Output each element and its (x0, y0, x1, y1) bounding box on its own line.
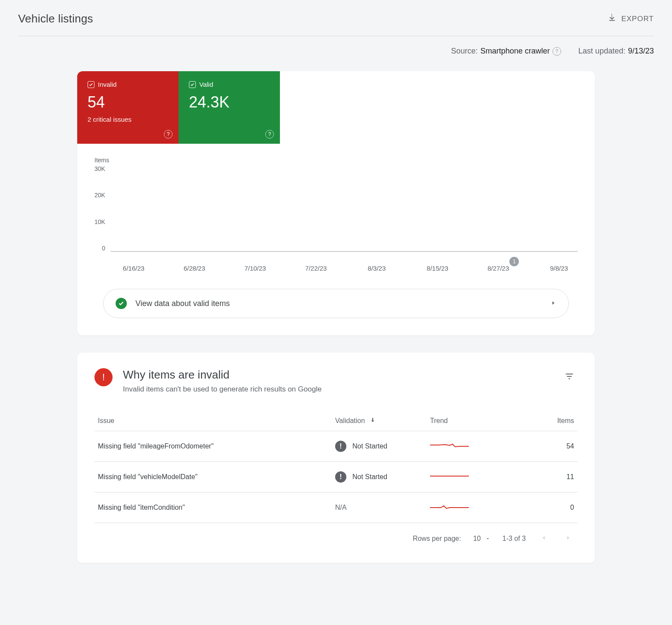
error-circle-icon: ! (335, 471, 346, 483)
x-tick: 7/10/23 (245, 265, 266, 272)
error-circle-icon: ! (335, 441, 346, 452)
download-icon (607, 13, 617, 25)
items-cell: 11 (530, 462, 578, 492)
table-row[interactable]: Missing field "mileageFromOdometer"!Not … (94, 431, 578, 462)
y-tick: 30K (94, 165, 105, 172)
col-items[interactable]: Items (530, 411, 578, 431)
col-trend: Trend (427, 411, 530, 431)
x-tick: 8/3/23 (368, 265, 386, 272)
x-tick: 8/27/23 (487, 265, 509, 272)
checkbox-icon (189, 81, 196, 88)
trend-cell (427, 492, 530, 523)
issue-cell: Missing field "vehicleModelDate" (94, 462, 332, 492)
x-tick: 7/22/23 (305, 265, 327, 272)
export-label: EXPORT (621, 15, 654, 23)
issues-subtitle: Invalid items can't be used to generate … (123, 385, 322, 394)
x-tick: 6/28/23 (184, 265, 205, 272)
y-tick: 20K (94, 192, 105, 199)
help-icon[interactable]: ? (553, 47, 561, 56)
check-circle-icon (116, 298, 127, 309)
sort-down-icon (370, 417, 376, 424)
tile-invalid[interactable]: Invalid 54 2 critical issues ? (77, 71, 179, 144)
issues-table: Issue Validation Trend Items Missing fie… (94, 411, 578, 523)
source-meta: Source: Smartphone crawler ? (451, 47, 561, 56)
issue-cell: Missing field "mileageFromOdometer" (94, 431, 332, 462)
issues-card: ! Why items are invalid Invalid items ca… (77, 353, 595, 563)
invalid-count: 54 (88, 93, 168, 111)
validation-cell: !Not Started (332, 462, 427, 492)
rows-per-page-select[interactable]: 10 (473, 535, 490, 543)
summary-card: Invalid 54 2 critical issues ? Valid 24.… (77, 71, 595, 335)
col-issue[interactable]: Issue (94, 411, 332, 431)
table-row[interactable]: Missing field "itemCondition"N/A0 (94, 492, 578, 523)
table-row[interactable]: Missing field "vehicleModelDate"!Not Sta… (94, 462, 578, 492)
items-cell: 54 (530, 431, 578, 462)
validation-cell: N/A (332, 492, 427, 523)
col-validation[interactable]: Validation (332, 411, 427, 431)
export-button[interactable]: EXPORT (607, 13, 654, 25)
pager-range: 1-3 of 3 (502, 535, 526, 543)
chevron-right-icon (550, 300, 556, 307)
y-tick: 0 (102, 245, 105, 252)
trend-cell (427, 431, 530, 462)
page-title: Vehicle listings (18, 12, 93, 25)
help-icon[interactable]: ? (164, 130, 173, 139)
x-tick: 9/8/23 (550, 265, 568, 272)
help-icon[interactable]: ? (265, 130, 274, 139)
updated-meta: Last updated: 9/13/23 (578, 47, 654, 56)
issue-cell: Missing field "itemCondition" (94, 492, 332, 523)
validation-cell: !Not Started (332, 431, 427, 462)
x-tick: 8/15/23 (427, 265, 448, 272)
valid-count: 24.3K (189, 93, 270, 111)
chevron-down-icon (485, 536, 490, 541)
view-valid-button[interactable]: View data about valid items (103, 289, 569, 318)
checkbox-icon (88, 81, 94, 88)
invalid-sub: 2 critical issues (88, 116, 168, 123)
pager-prev[interactable] (538, 532, 550, 546)
issues-title: Why items are invalid (123, 368, 322, 382)
view-valid-label: View data about valid items (135, 299, 542, 308)
rows-per-page-label: Rows per page: (413, 535, 461, 543)
trend-cell (427, 462, 530, 492)
items-cell: 0 (530, 492, 578, 523)
pager-next[interactable] (562, 532, 574, 546)
y-tick: 10K (94, 218, 105, 225)
y-axis-label: Items (94, 157, 578, 164)
filter-button[interactable] (561, 368, 578, 386)
error-badge-icon: ! (94, 368, 113, 386)
tile-valid[interactable]: Valid 24.3K ? (179, 71, 280, 144)
x-tick: 6/16/23 (123, 265, 144, 272)
